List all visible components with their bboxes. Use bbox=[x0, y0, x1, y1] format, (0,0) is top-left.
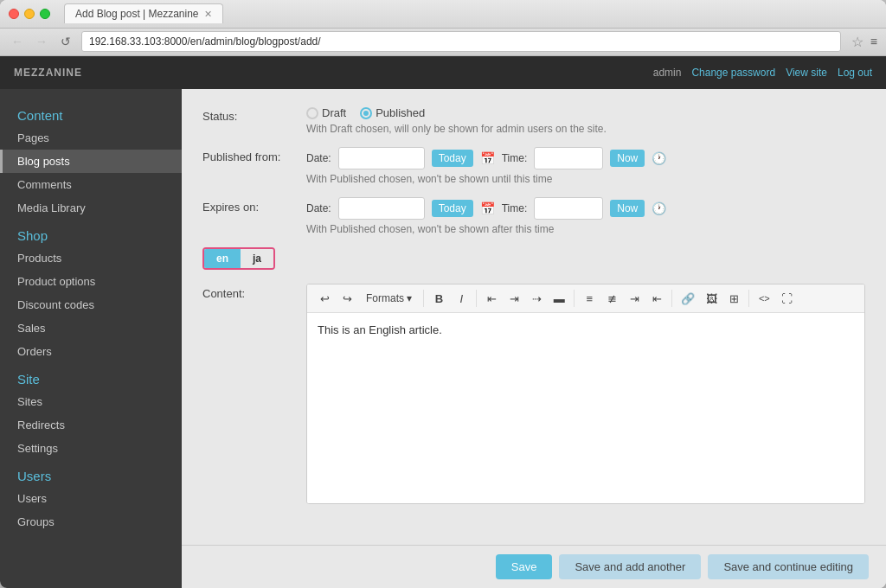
sidebar-item-groups[interactable]: Groups bbox=[0, 510, 182, 534]
sidebar-item-comments[interactable]: Comments bbox=[0, 173, 182, 196]
sidebar-item-discount-codes[interactable]: Discount codes bbox=[0, 293, 182, 316]
tab-title: Add Blog post | Mezzanine bbox=[75, 8, 199, 20]
published-label: Published bbox=[376, 106, 425, 119]
calendar-icon: 📅 bbox=[480, 151, 495, 165]
published-radio-label[interactable]: Published bbox=[360, 106, 425, 119]
draft-radio-label[interactable]: Draft bbox=[306, 106, 346, 119]
ordered-list-button[interactable]: ≢ bbox=[601, 288, 622, 309]
published-from-now-button[interactable]: Now bbox=[610, 150, 645, 167]
view-site-link[interactable]: View site bbox=[786, 67, 827, 79]
lang-ja-button[interactable]: ja bbox=[241, 249, 273, 268]
browser-titlebar: Add Blog post | Mezzanine ✕ bbox=[0, 0, 886, 29]
published-from-clock-icon: 🕐 bbox=[652, 151, 666, 165]
top-nav-links: admin Change password View site Log out bbox=[653, 67, 872, 79]
justify-button[interactable]: ▬ bbox=[549, 288, 569, 309]
sidebar-item-sites[interactable]: Sites bbox=[0, 390, 182, 413]
back-button[interactable]: ← bbox=[9, 33, 26, 50]
footer-bar: Save Save and add another Save and conti… bbox=[182, 545, 886, 588]
expires-on-label: Expires on: bbox=[202, 197, 306, 214]
align-left-button[interactable]: ⇤ bbox=[481, 288, 502, 309]
unordered-list-button[interactable]: ≡ bbox=[579, 288, 600, 309]
link-button[interactable]: 🔗 bbox=[677, 288, 699, 309]
content-row: Content: ↩ ↪ Formats ▾ B I bbox=[202, 284, 865, 504]
save-button[interactable]: Save bbox=[496, 554, 553, 579]
language-toggle-wrapper: en ja bbox=[202, 247, 865, 270]
code-button[interactable]: <> bbox=[754, 288, 774, 309]
sidebar-item-products[interactable]: Products bbox=[0, 246, 182, 270]
sidebar-item-blog-posts[interactable]: Blog posts bbox=[0, 150, 182, 173]
expires-on-now-button[interactable]: Now bbox=[610, 200, 645, 217]
sidebar-item-sales[interactable]: Sales bbox=[0, 316, 182, 340]
url-text: 192.168.33.103:8000/en/admin/blog/blogpo… bbox=[89, 35, 321, 48]
table-button[interactable]: ⊞ bbox=[723, 288, 744, 309]
italic-button[interactable]: I bbox=[451, 288, 472, 309]
status-hint: With Draft chosen, will only be shown fo… bbox=[306, 123, 865, 135]
undo-button[interactable]: ↩ bbox=[314, 288, 335, 309]
time-label-pub: Time: bbox=[502, 152, 528, 164]
align-right-button[interactable]: ⇢ bbox=[526, 288, 547, 309]
traffic-lights bbox=[9, 9, 50, 19]
expires-on-today-button[interactable]: Today bbox=[432, 200, 473, 217]
tab-close-icon[interactable]: ✕ bbox=[204, 9, 212, 20]
sidebar-item-product-options[interactable]: Product options bbox=[0, 270, 182, 293]
align-center-button[interactable]: ⇥ bbox=[504, 288, 524, 309]
sidebar-section-shop: Shop bbox=[0, 220, 182, 246]
save-continue-button[interactable]: Save and continue editing bbox=[708, 554, 869, 579]
image-button[interactable]: 🖼 bbox=[701, 288, 722, 309]
published-from-date-input[interactable] bbox=[338, 147, 425, 169]
published-radio[interactable] bbox=[360, 107, 372, 119]
published-from-field: Date: Today 📅 Time: Now 🕐 With Published… bbox=[306, 147, 865, 185]
logout-link[interactable]: Log out bbox=[838, 67, 872, 79]
expires-on-hint: With Published chosen, won't be shown af… bbox=[306, 223, 865, 235]
editor-area[interactable]: This is an English article. bbox=[307, 313, 864, 503]
reload-button[interactable]: ↺ bbox=[57, 33, 74, 50]
redo-button[interactable]: ↪ bbox=[337, 288, 357, 309]
content-field: ↩ ↪ Formats ▾ B I ⇤ ⇥ ⇢ bbox=[306, 284, 865, 504]
close-button[interactable] bbox=[9, 9, 19, 19]
sidebar-item-settings[interactable]: Settings bbox=[0, 437, 182, 460]
browser-tab[interactable]: Add Blog post | Mezzanine ✕ bbox=[64, 3, 223, 23]
expires-on-clock-icon: 🕐 bbox=[652, 201, 666, 215]
browser-menu-icon[interactable]: ≡ bbox=[870, 35, 877, 48]
sidebar-item-media-library[interactable]: Media Library bbox=[0, 196, 182, 220]
maximize-button[interactable] bbox=[40, 9, 50, 19]
expires-on-time-input[interactable] bbox=[534, 197, 603, 220]
status-label: Status: bbox=[202, 106, 306, 123]
published-from-time-input[interactable] bbox=[534, 147, 603, 169]
sidebar-item-users[interactable]: Users bbox=[0, 487, 182, 510]
lang-en-button[interactable]: en bbox=[204, 249, 241, 268]
sidebar-section-site: Site bbox=[0, 363, 182, 390]
save-add-button[interactable]: Save and add another bbox=[559, 554, 701, 579]
sidebar-section-content: Content bbox=[0, 99, 182, 126]
outdent-button[interactable]: ⇤ bbox=[646, 288, 667, 309]
draft-radio[interactable] bbox=[306, 107, 318, 119]
date-label-pub: Date: bbox=[306, 152, 331, 164]
calendar-icon-exp: 📅 bbox=[480, 201, 495, 215]
address-bar[interactable]: 192.168.33.103:8000/en/admin/blog/blogpo… bbox=[81, 31, 841, 52]
expires-on-date-input[interactable] bbox=[338, 197, 425, 220]
editor-content: This is an English article. bbox=[318, 323, 442, 336]
change-password-link[interactable]: Change password bbox=[691, 67, 775, 79]
forward-button[interactable]: → bbox=[33, 33, 50, 50]
content-label: Content: bbox=[202, 284, 306, 300]
expires-on-row: Expires on: Date: Today 📅 Time: Now 🕐 bbox=[202, 197, 865, 235]
published-from-label: Published from: bbox=[202, 147, 306, 163]
draft-label: Draft bbox=[322, 106, 346, 119]
sidebar-item-pages[interactable]: Pages bbox=[0, 126, 182, 150]
published-from-row: Published from: Date: Today 📅 Time: Now … bbox=[202, 147, 865, 185]
sidebar-section-users: Users bbox=[0, 460, 182, 487]
editor-toolbar: ↩ ↪ Formats ▾ B I ⇤ ⇥ ⇢ bbox=[307, 284, 864, 313]
bold-button[interactable]: B bbox=[428, 288, 449, 309]
bookmark-icon[interactable]: ☆ bbox=[851, 34, 864, 50]
indent-button[interactable]: ⇥ bbox=[624, 288, 645, 309]
sidebar-item-orders[interactable]: Orders bbox=[0, 340, 182, 363]
language-toggle: en ja bbox=[202, 247, 275, 270]
fullscreen-button[interactable]: ⛶ bbox=[776, 288, 797, 309]
current-user: admin bbox=[653, 67, 682, 79]
formats-dropdown[interactable]: Formats ▾ bbox=[359, 290, 419, 307]
sidebar-item-redirects[interactable]: Redirects bbox=[0, 413, 182, 437]
status-row: Status: Draft Published bbox=[202, 106, 865, 135]
minimize-button[interactable] bbox=[24, 9, 35, 19]
status-field: Draft Published With Draft chosen, will … bbox=[306, 106, 865, 135]
published-from-today-button[interactable]: Today bbox=[432, 150, 473, 167]
